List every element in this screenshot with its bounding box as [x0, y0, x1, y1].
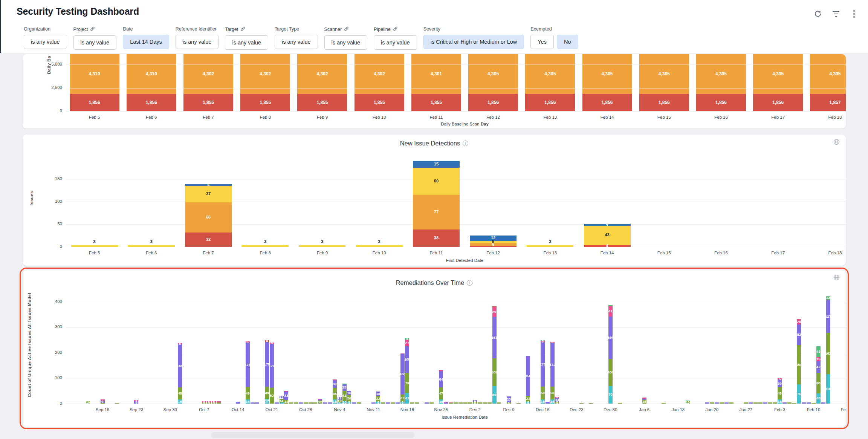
bar-segment [792, 403, 796, 404]
x-tick-label: Feb 14 [587, 251, 628, 255]
filter-value-button-exempted-no[interactable]: No [557, 35, 578, 49]
filter-value-button-scanner[interactable]: is any value [324, 35, 368, 50]
bar-segment [492, 306, 497, 307]
filter-value-button-date[interactable]: Last 14 Days [123, 35, 169, 49]
bar-segment [405, 373, 409, 393]
bar-segment [342, 384, 347, 391]
page-title: Security Testing Dashboard [17, 6, 139, 17]
bar-segment [202, 402, 206, 404]
bar-segment [541, 341, 545, 342]
bar-segment [280, 402, 284, 404]
filter-value-button-target[interactable]: is any value [225, 35, 268, 50]
filter-icon[interactable] [832, 10, 840, 18]
filter-label: Date [123, 26, 169, 32]
filter-value-button-project[interactable]: is any value [73, 35, 117, 50]
bar-segment [642, 399, 646, 400]
x-tick-label: Feb 11 [416, 251, 457, 255]
gridline-overlay [66, 64, 846, 65]
link-icon [90, 26, 95, 32]
bar-segment [328, 402, 332, 404]
bar-segment [550, 399, 555, 404]
x-tick-label: Feb 15 [643, 115, 685, 119]
bar-segment [608, 386, 613, 404]
bar-segment [555, 398, 559, 401]
gridline [66, 327, 846, 327]
bar-segment [816, 346, 821, 357]
link-icon [240, 26, 245, 32]
x-tick-label: Sep 16 [86, 407, 119, 412]
bar-segment [715, 402, 719, 404]
bar-segment [753, 402, 758, 404]
filter-value-button-reference-identifier[interactable]: is any value [176, 35, 219, 49]
y-tick-label: 0 [40, 244, 62, 249]
bar-segment [246, 387, 250, 399]
bar-segment [333, 380, 337, 388]
bar-segment [178, 399, 182, 404]
bar-segment [400, 395, 405, 401]
panel-daily-baseline-scan: 02,5005,000Daily BaDaily Baseline Scan D… [23, 54, 846, 128]
bar-segment [802, 402, 806, 404]
x-tick-label: Feb 13 [529, 115, 571, 119]
y-tick-label: 2,500 [40, 85, 62, 90]
globe-icon[interactable] [833, 274, 840, 282]
bar-segment [782, 402, 787, 404]
bar-segment [550, 342, 555, 343]
refresh-icon[interactable] [814, 10, 822, 18]
x-axis-title: Issue Remediation Date [66, 415, 846, 419]
filter-value-button-target-type[interactable]: is any value [275, 35, 318, 49]
bar-segment [497, 402, 501, 404]
bar-segment [797, 345, 801, 384]
x-tick-label: Feb 17 [757, 251, 799, 255]
bar-segment-critical [470, 246, 517, 247]
gridline [66, 404, 846, 404]
bar-segment [381, 402, 385, 404]
filter-value-button-severity[interactable]: is Critical or High or Medium or Low [423, 35, 524, 49]
bar-segment-critical [411, 94, 461, 111]
sidebar-edge [0, 0, 1, 53]
bar-segment [347, 391, 351, 395]
bar-segment [541, 399, 545, 404]
chart-title-text: New Issue Detections [400, 140, 460, 147]
x-tick-label: Feb 18 [814, 251, 846, 255]
bar-segment [463, 402, 468, 404]
bar-segment [724, 402, 729, 404]
bar-segment [608, 359, 613, 386]
bar-segment [642, 400, 646, 404]
bar-segment [773, 402, 777, 404]
bar-segment-low [185, 184, 232, 186]
chart-title-text: Remediations Over Time [396, 279, 465, 286]
y-tick-label: 100 [40, 375, 62, 380]
bar-segment [492, 358, 497, 386]
bar-segment [763, 402, 767, 404]
bar-segment-critical [240, 94, 290, 111]
bar-segment [579, 403, 584, 404]
filter-value-button-organization[interactable]: is any value [24, 35, 67, 49]
bar-segment [265, 387, 269, 399]
info-icon[interactable]: i [463, 141, 468, 146]
globe-icon[interactable] [833, 139, 840, 147]
bar-segment [212, 401, 216, 402]
x-tick-label: Feb 14 [587, 115, 628, 119]
filter-value-button-pipeline[interactable]: is any value [374, 35, 417, 50]
bar-segment [333, 379, 337, 380]
bar-segment [526, 356, 530, 396]
x-tick-label: Feb 9 [301, 115, 343, 119]
panel-remediations-over-time: Remediations Over Timei0100200300400Coun… [23, 270, 846, 427]
bar-segment [686, 401, 690, 401]
bar-segment [400, 354, 405, 395]
bar-segment [101, 399, 105, 401]
x-tick-label: Nov 4 [322, 407, 356, 412]
info-icon[interactable]: i [467, 280, 472, 286]
y-tick-label: 200 [40, 350, 62, 355]
kebab-menu-icon[interactable] [850, 10, 858, 18]
filter-group-pipeline: Pipelineis any value [374, 26, 417, 50]
bar-segment-critical [355, 94, 404, 111]
bar-segment [555, 397, 559, 398]
bar-segment [415, 402, 419, 404]
bar-segment [816, 357, 821, 361]
y-tick-label: 400 [40, 299, 62, 304]
x-tick-label: Dec 23 [559, 407, 593, 412]
filter-value-button-exempted-yes[interactable]: Yes [530, 35, 554, 49]
bar-segment [642, 398, 646, 399]
bar-segment-medium [527, 245, 573, 247]
